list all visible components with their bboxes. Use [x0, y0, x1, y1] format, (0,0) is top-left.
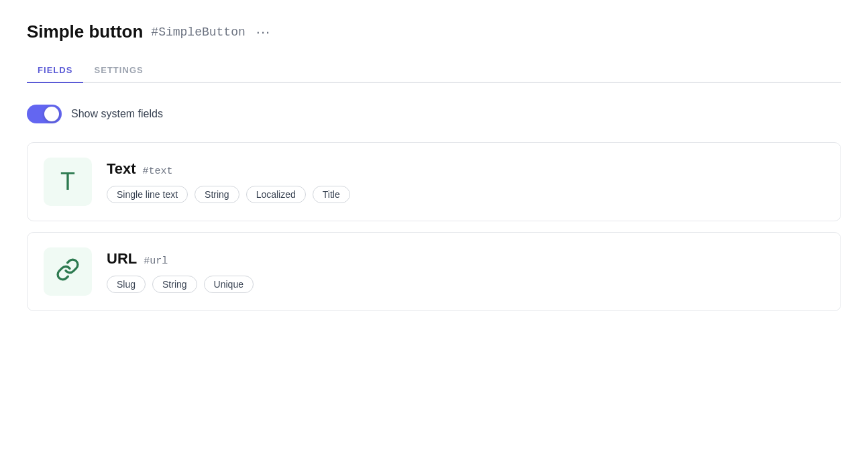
field-icon-box-text: T: [44, 158, 92, 206]
show-system-fields-toggle[interactable]: [27, 105, 62, 123]
field-card-url: URL #url Slug String Unique: [27, 232, 841, 311]
tag-string-text: String: [195, 186, 239, 203]
field-card-text: T Text #text Single line text String Loc…: [27, 142, 841, 221]
field-info-text: Text #text Single line text String Local…: [107, 160, 824, 203]
text-field-icon: T: [60, 168, 75, 196]
tag-localized-text: Localized: [246, 186, 306, 203]
page-hash: #SimpleButton: [151, 25, 245, 39]
page-header: Simple button #SimpleButton ···: [27, 21, 841, 42]
toggle-label: Show system fields: [71, 108, 163, 120]
tag-title-text: Title: [313, 186, 350, 203]
tab-settings[interactable]: SETTINGS: [83, 58, 154, 83]
tag-single-line-text: Single line text: [107, 186, 188, 203]
field-hash-url: #url: [144, 255, 168, 267]
field-info-url: URL #url Slug String Unique: [107, 250, 824, 293]
show-system-fields-row: Show system fields: [27, 105, 841, 123]
tab-fields[interactable]: FIELDS: [27, 58, 83, 83]
field-tags-url: Slug String Unique: [107, 276, 824, 293]
field-name-text: Text: [107, 160, 136, 178]
toggle-track: [27, 105, 62, 123]
tag-slug-url: Slug: [107, 276, 146, 293]
field-name-url: URL: [107, 250, 137, 268]
tag-string-url: String: [152, 276, 197, 293]
url-field-icon: [56, 258, 80, 286]
tag-unique-url: Unique: [204, 276, 254, 293]
more-options-icon[interactable]: ···: [256, 23, 270, 41]
page-title: Simple button: [27, 21, 143, 42]
field-name-row-text: Text #text: [107, 160, 824, 178]
fields-list: T Text #text Single line text String Loc…: [27, 142, 841, 311]
field-hash-text: #text: [143, 166, 173, 177]
field-tags-text: Single line text String Localized Title: [107, 186, 824, 203]
field-icon-box-url: [44, 247, 92, 296]
field-name-row-url: URL #url: [107, 250, 824, 268]
tabs-bar: FIELDS SETTINGS: [27, 58, 841, 83]
toggle-thumb: [44, 107, 59, 121]
